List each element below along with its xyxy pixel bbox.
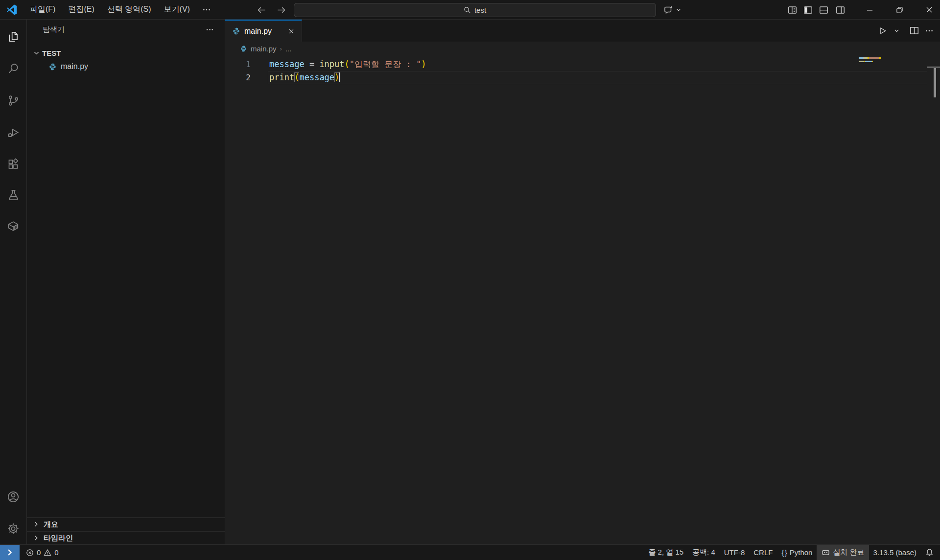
token: print — [269, 72, 294, 82]
copilot-chat-icon — [664, 5, 674, 15]
vscode-logo-icon — [6, 4, 17, 15]
line-number: 2 — [225, 71, 251, 84]
python-interpreter-status[interactable]: 3.13.5 (base) — [869, 545, 921, 560]
token: = — [305, 59, 320, 69]
token: ( — [345, 59, 350, 69]
menu-selection[interactable]: 선택 영역(S) — [101, 0, 158, 20]
python-file-icon — [240, 45, 247, 52]
editor-group: main.py ma — [225, 20, 940, 544]
menu-view[interactable]: 보기(V) — [158, 0, 196, 20]
toggle-primary-sidebar-button[interactable] — [800, 0, 816, 20]
braces-icon: { } — [781, 548, 787, 557]
testing-icon[interactable] — [0, 183, 26, 207]
activity-bar — [0, 20, 27, 544]
explorer-icon[interactable] — [0, 25, 26, 48]
breadcrumb-file[interactable]: main.py — [251, 45, 277, 53]
vscode-window: 파일(F) 편집(E) 선택 영역(S) 보기(V) test — [0, 0, 940, 560]
copilot-face-icon — [821, 548, 830, 557]
copilot-button[interactable] — [664, 0, 682, 20]
navigate-forward-icon[interactable] — [272, 0, 290, 20]
split-editor-button[interactable] — [908, 23, 920, 38]
indentation-status[interactable]: 공백: 4 — [688, 545, 720, 560]
settings-gear-icon[interactable] — [0, 517, 26, 540]
extensions-icon[interactable] — [0, 152, 26, 176]
window-close-button[interactable] — [918, 0, 940, 20]
python-file-icon — [48, 63, 57, 71]
command-center-search[interactable]: test — [294, 3, 656, 17]
editor-more-actions-button[interactable] — [923, 23, 935, 38]
file-label: main.py — [61, 62, 88, 71]
token: input — [319, 59, 344, 69]
chevron-right-icon — [33, 521, 40, 528]
error-count: 0 — [37, 548, 41, 557]
toggle-secondary-sidebar-button[interactable] — [832, 0, 848, 20]
search-view-icon[interactable] — [0, 57, 26, 80]
code-line-1: 1 message = input("입력할 문장 : ") — [225, 58, 940, 71]
breadcrumb-symbol[interactable]: ... — [285, 45, 292, 53]
account-icon[interactable] — [0, 485, 26, 509]
panel-outline-label: 개요 — [44, 520, 58, 529]
chevron-down-icon — [676, 7, 682, 13]
window-minimize-button[interactable] — [858, 0, 881, 20]
cursor-position-status[interactable]: 줄 2, 열 15 — [644, 545, 688, 560]
sidebar-explorer: 탐색기 TEST main.py 개요 타임라인 — [27, 20, 225, 544]
menu-file[interactable]: 파일(F) — [24, 0, 62, 20]
containers-icon[interactable] — [0, 214, 26, 238]
customize-layout-button[interactable] — [784, 0, 800, 20]
breadcrumb: main.py › ... — [225, 42, 940, 55]
problems-status[interactable]: 0 0 — [22, 545, 63, 560]
line-number: 1 — [225, 58, 251, 71]
tab-close-icon[interactable] — [286, 26, 297, 37]
copilot-status[interactable]: 설치 완료 — [817, 545, 869, 560]
breadcrumb-separator-icon: › — [280, 45, 282, 52]
remote-icon — [6, 548, 14, 557]
token-bracket-match: ) — [334, 72, 339, 82]
language-mode-status[interactable]: { } Python — [777, 545, 817, 560]
token: ) — [421, 59, 426, 69]
bell-icon — [925, 548, 934, 557]
eol-status[interactable]: CRLF — [749, 545, 777, 560]
run-debug-icon[interactable] — [0, 120, 26, 144]
python-file-icon — [232, 27, 240, 35]
title-bar: 파일(F) 편집(E) 선택 영역(S) 보기(V) test — [0, 0, 940, 20]
menu-overflow-button[interactable] — [196, 0, 217, 20]
explorer-title: 탐색기 — [43, 25, 203, 34]
token: "입력할 문장 : " — [350, 59, 421, 69]
window-restore-button[interactable] — [888, 0, 911, 20]
notifications-bell-button[interactable] — [921, 545, 940, 560]
status-bar-right: 줄 2, 열 15 공백: 4 UTF-8 CRLF { } Python 설치… — [644, 545, 940, 560]
command-center-text: test — [474, 6, 486, 14]
chevron-right-icon — [33, 535, 40, 541]
token: message — [299, 72, 334, 82]
menu-edit[interactable]: 편집(E) — [62, 0, 100, 20]
text-cursor — [339, 72, 340, 82]
tree-root-folder[interactable]: TEST — [27, 46, 225, 60]
source-control-icon[interactable] — [0, 89, 26, 112]
run-options-chevron-icon[interactable] — [892, 23, 901, 38]
explorer-header: 탐색기 — [27, 20, 225, 39]
code-line-2: 2 print(message) — [225, 71, 940, 84]
navigate-back-icon[interactable] — [253, 0, 270, 20]
search-icon — [464, 6, 471, 14]
toggle-panel-button[interactable] — [816, 0, 831, 20]
tab-mainpy[interactable]: main.py — [225, 20, 302, 42]
tree-file-mainpy[interactable]: main.py — [27, 60, 225, 73]
encoding-status[interactable]: UTF-8 — [720, 545, 750, 560]
warning-icon — [44, 549, 51, 557]
tab-bar: main.py — [225, 20, 940, 42]
tab-label: main.py — [244, 27, 282, 36]
root-folder-label: TEST — [42, 49, 61, 57]
warning-count: 0 — [54, 548, 58, 557]
chevron-down-icon — [33, 49, 40, 57]
token: message — [269, 59, 305, 69]
panel-timeline-label: 타임라인 — [44, 534, 73, 543]
panel-outline[interactable]: 개요 — [27, 517, 225, 531]
status-bar: 0 0 줄 2, 열 15 공백: 4 UTF-8 CRLF { } Pytho… — [0, 544, 940, 560]
explorer-more-actions-button[interactable] — [203, 23, 216, 36]
panel-timeline[interactable]: 타임라인 — [27, 531, 225, 544]
remote-indicator-button[interactable] — [0, 545, 20, 560]
editor-actions — [876, 20, 935, 42]
code-area[interactable]: 1 message = input("입력할 문장 : ") 2 print(m… — [225, 55, 940, 544]
run-python-file-button[interactable] — [876, 23, 889, 38]
token-bracket-match: ( — [294, 72, 299, 82]
